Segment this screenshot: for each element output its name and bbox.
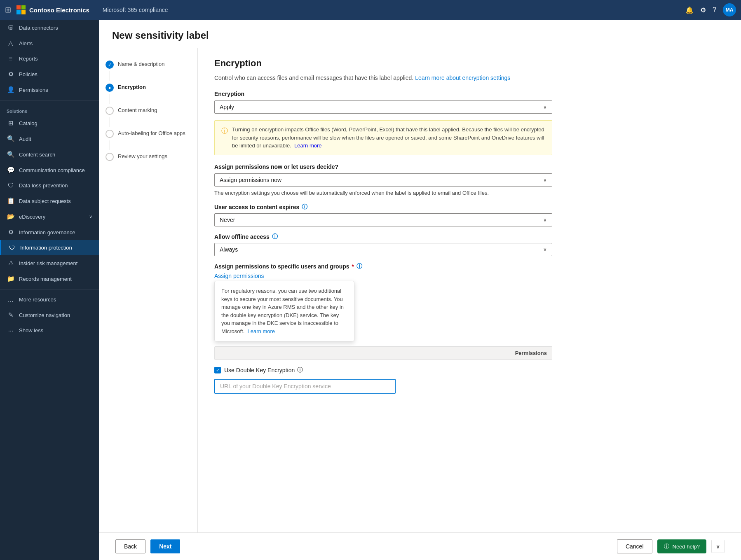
double-key-checkbox[interactable]: ✓: [214, 367, 221, 373]
settings-icon[interactable]: ⚙: [700, 6, 706, 14]
encryption-dropdown[interactable]: Apply ∨: [214, 100, 552, 114]
learn-more-link[interactable]: Learn more about encryption settings: [415, 75, 510, 81]
sidebar-item-ediscovery[interactable]: 📂 eDiscovery ∨: [0, 209, 99, 224]
specific-users-label: Assign permissions to specific users and…: [214, 263, 725, 270]
warning-learn-more-link[interactable]: Learn more: [294, 142, 321, 149]
sidebar-item-information-governance[interactable]: ⚙ Information governance: [0, 224, 99, 240]
step-circle-4: [106, 130, 114, 138]
help-icon[interactable]: ?: [713, 6, 716, 14]
sidebar-item-alerts[interactable]: △ Alerts: [0, 35, 99, 51]
encryption-field-group: Encryption Apply ∨: [214, 91, 725, 114]
page-title: New sensitivity label: [112, 30, 728, 41]
sidebar-item-customize-navigation[interactable]: ✎ Customize navigation: [0, 307, 99, 323]
sidebar-item-label: More resources: [19, 296, 56, 303]
user-access-label: User access to content expires ⓘ: [214, 203, 725, 211]
sidebar-item-label: Reports: [19, 56, 38, 62]
step-auto-labeling: Auto-labeling for Office apps: [106, 127, 191, 140]
step-encryption: ● Encryption: [106, 81, 191, 94]
encryption-chevron-icon: ∨: [543, 104, 547, 110]
sidebar-item-label: Audit: [19, 136, 31, 142]
sidebar-item-permissions[interactable]: 👤 Permissions: [0, 82, 99, 98]
bell-icon[interactable]: 🔔: [685, 6, 694, 14]
assign-permissions-selected: Assign permissions now: [220, 177, 281, 183]
specific-users-info-icon[interactable]: ⓘ: [356, 263, 362, 270]
audit-icon: 🔍: [7, 135, 15, 142]
step-label-4: Auto-labeling for Office apps: [118, 130, 185, 136]
step-name-description: ✓ Name & description: [106, 58, 191, 71]
sidebar-item-show-less[interactable]: ··· Show less: [0, 323, 99, 338]
assign-permissions-question: Assign permissions now or let users deci…: [214, 163, 725, 170]
user-access-selected: Never: [220, 217, 235, 223]
sidebar-item-data-subject-requests[interactable]: 📋 Data subject requests: [0, 193, 99, 209]
main-content: New sensitivity label ✓ Name & descripti…: [99, 20, 741, 560]
reports-icon: ≡: [7, 55, 15, 62]
offline-access-dropdown[interactable]: Always ∨: [214, 243, 552, 256]
communication-compliance-icon: 💬: [7, 166, 15, 174]
cancel-button[interactable]: Cancel: [617, 539, 652, 553]
user-access-dropdown[interactable]: Never ∨: [214, 213, 552, 226]
next-button[interactable]: Next: [150, 539, 180, 553]
encryption-label: Encryption: [214, 91, 725, 97]
form-panel: Encryption Control who can access files …: [198, 48, 741, 532]
step-circle-5: [106, 153, 114, 161]
offline-access-field-group: Allow offline access ⓘ Always ∨: [214, 233, 725, 256]
sidebar-item-label: Data loss prevention: [19, 182, 68, 189]
sidebar-item-policies[interactable]: ⚙ Policies: [0, 66, 99, 82]
sidebar-item-label: Customize navigation: [19, 312, 70, 318]
back-button[interactable]: Back: [115, 539, 145, 553]
sidebar-item-label: Information governance: [19, 229, 75, 236]
step-connector-4: [110, 140, 110, 150]
sidebar-item-communication-compliance[interactable]: 💬 Communication compliance: [0, 162, 99, 178]
assign-permissions-link[interactable]: Assign permissions: [214, 273, 264, 279]
user-access-field-group: User access to content expires ⓘ Never ∨: [214, 203, 725, 226]
tooltip-learn-more-link[interactable]: Learn more: [248, 328, 275, 334]
scroll-down-button[interactable]: ∨: [711, 540, 725, 553]
double-key-info-icon[interactable]: ⓘ: [297, 366, 303, 374]
records-icon: 📁: [7, 275, 15, 282]
encryption-selected: Apply: [220, 104, 234, 110]
sidebar-item-data-connectors[interactable]: ⛁ Data connectors: [0, 20, 99, 35]
sidebar-item-data-loss-prevention[interactable]: 🛡 Data loss prevention: [0, 178, 99, 193]
sidebar-item-reports[interactable]: ≡ Reports: [0, 51, 99, 66]
sidebar-item-label: eDiscovery: [19, 214, 45, 220]
user-access-chevron-icon: ∨: [543, 217, 547, 223]
show-less-icon: ···: [7, 327, 15, 334]
dsr-icon: 📋: [7, 197, 15, 205]
double-key-label: Use Double Key Encryption ⓘ: [224, 366, 303, 374]
svg-rect-2: [16, 10, 21, 14]
solutions-label: Solutions: [0, 103, 99, 115]
sidebar-item-catalog[interactable]: ⊞ Catalog: [0, 115, 99, 131]
need-help-button[interactable]: ⓘ Need help?: [657, 539, 707, 553]
avatar[interactable]: MA: [723, 3, 736, 16]
sidebar-item-information-protection[interactable]: 🛡 Information protection: [0, 240, 99, 255]
waffle-icon[interactable]: ⊞: [5, 5, 11, 14]
warning-box: ⓘ Turning on encryption impacts Office f…: [214, 120, 552, 155]
dke-url-input[interactable]: [214, 379, 396, 394]
catalog-icon: ⊞: [7, 119, 15, 127]
sidebar-item-label: Data connectors: [19, 25, 58, 31]
sidebar-item-content-search[interactable]: 🔍 Content search: [0, 147, 99, 162]
sidebar-item-records-management[interactable]: 📁 Records management: [0, 271, 99, 287]
step-review-settings: Review your settings: [106, 150, 191, 163]
step-circle-1: ✓: [106, 61, 114, 69]
step-connector-3: [110, 117, 110, 127]
need-help-icon: ⓘ: [664, 543, 669, 550]
step-content-marking: Content marking: [106, 104, 191, 117]
dke-tooltip-box: For regulatory reasons, you can use two …: [214, 281, 354, 341]
form-description: Control who can access files and email m…: [214, 74, 725, 82]
svg-rect-1: [21, 5, 26, 9]
sidebar-item-insider-risk[interactable]: ⚠ Insider risk management: [0, 255, 99, 271]
sidebar-item-label: Policies: [19, 71, 38, 77]
permissions-table: Permissions: [214, 346, 552, 360]
assign-permissions-dropdown[interactable]: Assign permissions now ∨: [214, 173, 552, 187]
sidebar-item-more-resources[interactable]: … More resources: [0, 292, 99, 307]
need-help-label: Need help?: [673, 544, 700, 550]
offline-access-info-icon[interactable]: ⓘ: [272, 233, 278, 240]
permissions-table-header: Permissions: [215, 347, 552, 359]
sidebar-item-audit[interactable]: 🔍 Audit: [0, 131, 99, 147]
footer: Back Next Cancel ⓘ Need help? ∨: [99, 532, 741, 560]
step-connector-1: [110, 71, 110, 81]
user-access-info-icon[interactable]: ⓘ: [302, 203, 307, 211]
offline-access-chevron-icon: ∨: [543, 247, 547, 252]
sidebar-item-label: Content search: [19, 152, 55, 158]
